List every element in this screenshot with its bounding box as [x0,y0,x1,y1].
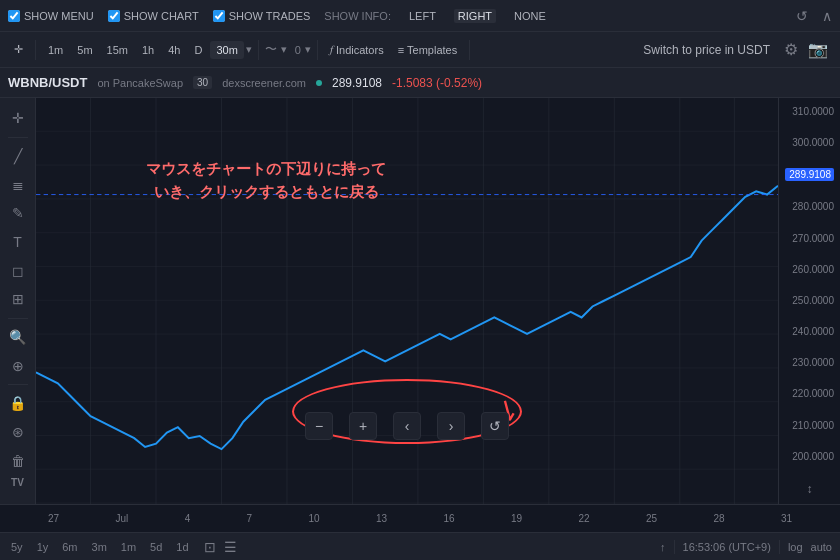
show-chart-checkbox[interactable] [108,10,120,22]
indicators-icon: 𝑓 [330,43,333,56]
brush-tool[interactable]: ✎ [4,201,32,226]
period-3m[interactable]: 3m [89,540,110,554]
toolbar-divider-3 [317,40,318,60]
lock-tool[interactable]: 🔒 [4,391,32,416]
main-content: ✛ ╱ ≣ ✎ T ◻ ⊞ 🔍 ⊕ 🔒 ⊛ 🗑 TV [0,98,840,504]
show-menu-label: SHOW MENU [24,10,94,22]
templates-btn[interactable]: ≡ Templates [392,41,464,59]
interval-30m[interactable]: 30m [210,41,243,59]
text-tool[interactable]: T [4,230,32,255]
zoom-out-btn[interactable]: − [305,412,333,440]
show-chart-toggle[interactable]: SHOW CHART [108,10,199,22]
zero-dropdown[interactable]: ▾ [305,43,311,56]
interval-1m[interactable]: 1m [42,41,69,59]
period-1d[interactable]: 1d [173,540,191,554]
gear-icon[interactable]: ⚙ [780,36,802,63]
scroll-left-btn[interactable]: ‹ [393,412,421,440]
status-sep-1 [674,540,675,554]
show-trades-toggle[interactable]: SHOW TRADES [213,10,311,22]
price-310: 310.0000 [785,106,834,117]
collapse-icon[interactable]: ∧ [822,8,832,24]
period-6m[interactable]: 6m [59,540,80,554]
magnet-tool[interactable]: ⊕ [4,353,32,378]
time-7: 7 [247,513,253,524]
indicators-btn[interactable]: 𝑓 Indicators [324,40,390,59]
time-labels: 27 Jul 4 7 10 13 16 19 22 25 28 31 [40,513,800,524]
time-10: 10 [308,513,319,524]
bar-style-btn[interactable]: ☰ [224,539,237,555]
sidebar-sep-1 [8,137,28,138]
templates-label: Templates [407,44,457,56]
price-210: 210.0000 [785,420,834,431]
cursor-tool[interactable]: ✛ [4,106,32,131]
chart-area[interactable]: マウスをチャートの下辺りに持って いき、クリックするともとに戻る ↘ − + ‹… [36,98,778,504]
left-sidebar: ✛ ╱ ≣ ✎ T ◻ ⊞ 🔍 ⊕ 🔒 ⊛ 🗑 TV [0,98,36,504]
camera-icon[interactable]: 📷 [804,36,832,63]
symbol-site: dexscreener.com [222,77,306,89]
svg-rect-1 [36,98,778,504]
price-240: 240.0000 [785,326,834,337]
time-4: 4 [185,513,191,524]
show-menu-toggle[interactable]: SHOW MENU [8,10,94,22]
current-price: 289.9108 [332,76,382,90]
shape-tool[interactable]: ◻ [4,258,32,283]
interval-4h[interactable]: 4h [162,41,186,59]
interval-more[interactable]: ▾ [246,43,252,56]
current-price-label: 289.9108 [785,168,834,181]
log-btn[interactable]: log [788,541,803,553]
auto-scale-icon[interactable]: ↕ [807,482,813,496]
price-260: 260.0000 [785,264,834,275]
toolbar-divider-2 [258,40,259,60]
none-btn[interactable]: NONE [510,9,550,23]
trash-tool[interactable]: 🗑 [4,448,32,473]
left-btn[interactable]: LEFT [405,9,440,23]
show-trades-checkbox[interactable] [213,10,225,22]
status-bar: 5y 1y 6m 3m 1m 5d 1d ⊡ ☰ ↑ 16:53:06 (UTC… [0,532,840,560]
right-btn[interactable]: RIGHT [454,9,496,23]
toolbar-divider-4 [469,40,470,60]
zero-icon: 0 [295,44,301,56]
price-280: 280.0000 [785,201,834,212]
price-axis: 310.0000 300.0000 289.9108 280.0000 270.… [778,98,840,504]
line-type-dropdown[interactable]: ▾ [281,43,287,56]
eye-tool[interactable]: ⊛ [4,420,32,445]
line-type-icon: 〜 [265,41,277,58]
price-200: 200.0000 [785,451,834,462]
top-bar: SHOW MENU SHOW CHART SHOW TRADES SHOW IN… [0,0,840,32]
period-5d[interactable]: 5d [147,540,165,554]
symbol-number: 30 [193,76,212,89]
period-5y[interactable]: 5y [8,540,26,554]
trend-line-tool[interactable]: ╱ [4,144,32,169]
reset-zoom-btn[interactable]: ↺ [481,412,509,440]
interval-5m[interactable]: 5m [71,41,98,59]
show-trades-label: SHOW TRADES [229,10,311,22]
interval-D[interactable]: D [188,41,208,59]
auto-btn[interactable]: auto [811,541,832,553]
crosshair-tool[interactable]: ✛ [8,40,29,59]
switch-price-btn[interactable]: Switch to price in USDT [635,39,778,61]
show-menu-checkbox[interactable] [8,10,20,22]
zoom-in-btn[interactable]: + [349,412,377,440]
zoom-tool[interactable]: 🔍 [4,325,32,350]
interval-15m[interactable]: 15m [101,41,134,59]
price-250: 250.0000 [785,295,834,306]
fit-btn[interactable]: ⊡ [204,539,216,555]
sidebar-sep-2 [8,318,28,319]
measure-tool[interactable]: ⊞ [4,287,32,312]
time-16: 16 [443,513,454,524]
price-270: 270.0000 [785,233,834,244]
period-1m[interactable]: 1m [118,540,139,554]
time-28: 28 [713,513,724,524]
price-230: 230.0000 [785,357,834,368]
scroll-up-btn[interactable]: ↑ [660,541,666,553]
reset-icon[interactable]: ↺ [796,8,808,24]
symbol-name[interactable]: WBNB/USDT [8,75,87,90]
live-dot [316,80,322,86]
chart-controls: − + ‹ › ↺ [305,412,509,440]
toolbar-divider-1 [35,40,36,60]
scroll-right-btn[interactable]: › [437,412,465,440]
price-300: 300.0000 [785,137,834,148]
period-1y[interactable]: 1y [34,540,52,554]
fib-tool[interactable]: ≣ [4,172,32,197]
interval-1h[interactable]: 1h [136,41,160,59]
